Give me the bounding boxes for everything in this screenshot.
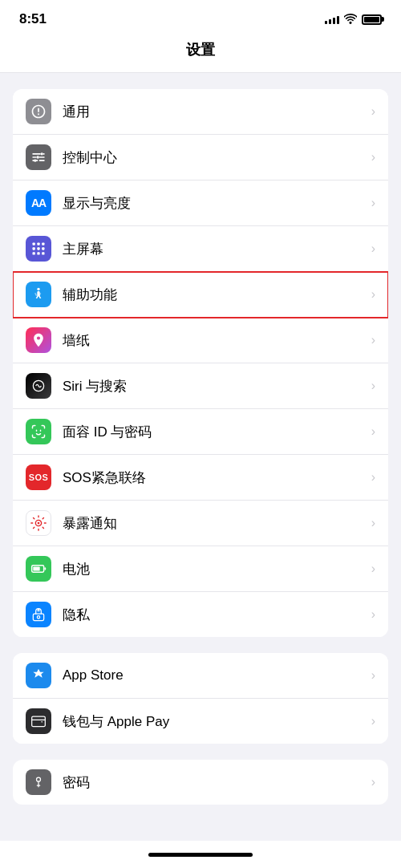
svg-rect-9 xyxy=(33,243,35,245)
password-chevron: › xyxy=(371,775,375,789)
exposure-chevron: › xyxy=(371,516,375,530)
svg-rect-14 xyxy=(42,247,44,249)
svg-rect-24 xyxy=(32,716,46,727)
section-appstore: App Store › 钱包与 Apple Pay › xyxy=(13,653,388,744)
faceid-icon xyxy=(26,419,51,444)
privacy-icon xyxy=(26,602,51,627)
row-home-screen[interactable]: 主屏幕 › xyxy=(13,226,388,272)
accessibility-chevron: › xyxy=(371,287,375,302)
wallet-label: 钱包与 Apple Pay xyxy=(63,712,371,731)
row-sos[interactable]: SOS SOS紧急联络 › xyxy=(13,455,388,501)
general-chevron: › xyxy=(371,104,375,119)
general-label: 通用 xyxy=(63,103,371,121)
sos-label: SOS紧急联络 xyxy=(63,468,371,487)
display-icon: AA xyxy=(26,190,51,216)
svg-point-25 xyxy=(37,777,41,781)
row-wallpaper[interactable]: 墙纸 › xyxy=(13,318,388,363)
accessibility-label: 辅助功能 xyxy=(63,286,371,304)
svg-rect-16 xyxy=(37,252,39,254)
appstore-label: App Store xyxy=(63,667,371,683)
svg-rect-13 xyxy=(37,247,39,249)
section-password: 密码 › xyxy=(13,760,388,805)
appstore-chevron: › xyxy=(371,668,375,683)
home-screen-icon xyxy=(26,236,51,262)
row-wallet[interactable]: 钱包与 Apple Pay › xyxy=(13,699,388,744)
row-password[interactable]: 密码 › xyxy=(13,760,388,805)
password-icon xyxy=(26,769,51,795)
accessibility-icon xyxy=(26,282,51,307)
row-siri[interactable]: Siri 与搜索 › xyxy=(13,363,388,409)
sos-icon: SOS xyxy=(26,464,51,490)
status-icons xyxy=(325,13,382,26)
row-display[interactable]: AA 显示与亮度 › xyxy=(13,180,388,226)
page-title: 设置 xyxy=(186,42,215,58)
section-general: 通用 › 控制中心 › AA 显示与亮度 › 主屏幕 › 辅助功能 › 墙纸 xyxy=(13,89,388,637)
general-icon xyxy=(26,99,51,124)
battery-chevron: › xyxy=(371,562,375,576)
wallet-chevron: › xyxy=(371,714,375,728)
status-bar: 8:51 xyxy=(0,0,401,32)
svg-point-7 xyxy=(37,156,39,158)
row-general[interactable]: 通用 › xyxy=(13,89,388,135)
control-center-chevron: › xyxy=(371,150,375,164)
row-appstore[interactable]: App Store › xyxy=(13,653,388,699)
page-header: 设置 xyxy=(0,32,401,73)
appstore-icon xyxy=(26,663,51,688)
battery-label: 电池 xyxy=(63,560,371,578)
control-center-label: 控制中心 xyxy=(63,148,371,167)
svg-point-1 xyxy=(41,152,43,155)
control-center-icon xyxy=(26,144,51,170)
row-exposure[interactable]: 暴露通知 › xyxy=(13,501,388,546)
password-label: 密码 xyxy=(63,773,371,792)
row-faceid[interactable]: 面容 ID 与密码 › xyxy=(13,409,388,455)
row-control-center[interactable]: 控制中心 › xyxy=(13,135,388,180)
siri-label: Siri 与搜索 xyxy=(63,377,371,395)
svg-point-18 xyxy=(37,288,39,290)
wallet-icon xyxy=(26,708,51,734)
bottom-bar xyxy=(0,841,401,868)
exposure-icon xyxy=(26,510,51,536)
row-accessibility[interactable]: 辅助功能 › xyxy=(13,272,388,318)
home-screen-chevron: › xyxy=(371,241,375,256)
svg-rect-11 xyxy=(42,243,44,245)
svg-point-21 xyxy=(38,522,40,525)
faceid-label: 面容 ID 与密码 xyxy=(63,423,371,441)
privacy-chevron: › xyxy=(371,607,375,622)
siri-icon xyxy=(26,373,51,399)
svg-rect-10 xyxy=(37,243,39,245)
wallpaper-label: 墙纸 xyxy=(63,331,371,350)
svg-rect-12 xyxy=(33,247,35,249)
row-battery[interactable]: 电池 › xyxy=(13,546,388,592)
svg-rect-17 xyxy=(42,252,44,254)
siri-chevron: › xyxy=(371,379,375,393)
battery-icon xyxy=(362,14,382,25)
exposure-label: 暴露通知 xyxy=(63,514,371,533)
wallpaper-icon xyxy=(26,327,51,353)
wallpaper-chevron: › xyxy=(371,333,375,347)
privacy-label: 隐私 xyxy=(63,606,371,624)
battery-row-icon xyxy=(26,556,51,582)
display-chevron: › xyxy=(371,196,375,210)
svg-rect-23 xyxy=(33,567,39,571)
faceid-chevron: › xyxy=(371,424,375,439)
status-time: 8:51 xyxy=(19,11,47,27)
home-indicator xyxy=(148,853,253,857)
display-label: 显示与亮度 xyxy=(63,194,371,213)
svg-rect-15 xyxy=(33,252,35,254)
row-privacy[interactable]: 隐私 › xyxy=(13,592,388,637)
sos-chevron: › xyxy=(371,470,375,485)
signal-icon xyxy=(325,14,339,24)
home-screen-label: 主屏幕 xyxy=(63,240,371,258)
wifi-icon xyxy=(344,13,357,26)
